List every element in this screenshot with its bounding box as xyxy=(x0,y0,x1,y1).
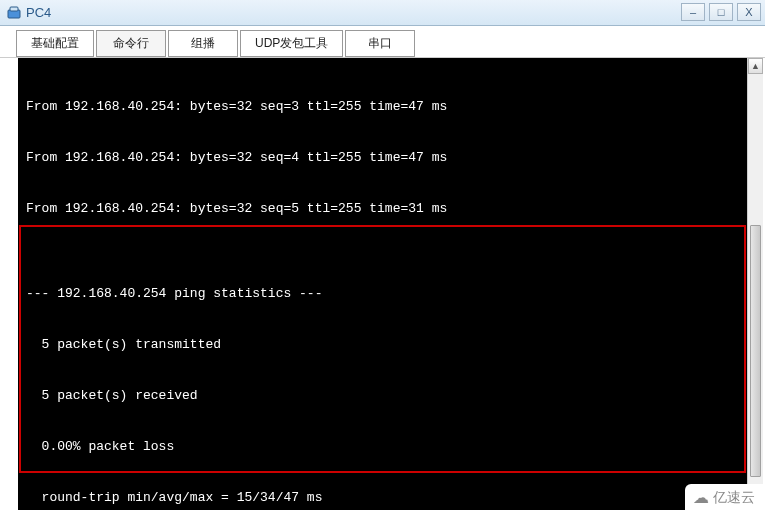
term-line: 5 packet(s) transmitted xyxy=(26,336,739,353)
tab-command-line[interactable]: 命令行 xyxy=(96,30,166,57)
app-icon xyxy=(6,5,22,21)
maximize-button[interactable]: □ xyxy=(709,3,733,21)
scroll-up-button[interactable]: ▲ xyxy=(748,58,763,74)
term-line: round-trip min/avg/max = 15/34/47 ms xyxy=(26,489,739,506)
tab-serial[interactable]: 串口 xyxy=(345,30,415,57)
tab-basic-config[interactable]: 基础配置 xyxy=(16,30,94,57)
term-line: 0.00% packet loss xyxy=(26,438,739,455)
term-line: From 192.168.40.254: bytes=32 seq=4 ttl=… xyxy=(26,149,739,166)
scroll-down-button[interactable]: ▼ xyxy=(748,494,763,510)
scroll-thumb[interactable] xyxy=(750,225,761,477)
term-line: 5 packet(s) received xyxy=(26,387,739,404)
scroll-track[interactable] xyxy=(748,74,763,494)
tab-bar: 基础配置 命令行 组播 UDP发包工具 串口 xyxy=(0,26,765,58)
svg-rect-1 xyxy=(10,7,18,11)
term-line: --- 192.168.40.254 ping statistics --- xyxy=(26,285,739,302)
window-title: PC4 xyxy=(26,5,51,20)
tab-multicast[interactable]: 组播 xyxy=(168,30,238,57)
window-titlebar: PC4 – □ X xyxy=(0,0,765,26)
tab-udp-tool[interactable]: UDP发包工具 xyxy=(240,30,343,57)
close-button[interactable]: X xyxy=(737,3,761,21)
terminal-container: From 192.168.40.254: bytes=32 seq=3 ttl=… xyxy=(0,58,765,510)
window-controls: – □ X xyxy=(681,3,761,21)
term-line: From 192.168.40.254: bytes=32 seq=5 ttl=… xyxy=(26,200,739,217)
minimize-button[interactable]: – xyxy=(681,3,705,21)
vertical-scrollbar: ▲ ▼ xyxy=(747,58,763,510)
term-line: From 192.168.40.254: bytes=32 seq=3 ttl=… xyxy=(26,98,739,115)
terminal-output[interactable]: From 192.168.40.254: bytes=32 seq=3 ttl=… xyxy=(18,58,747,510)
